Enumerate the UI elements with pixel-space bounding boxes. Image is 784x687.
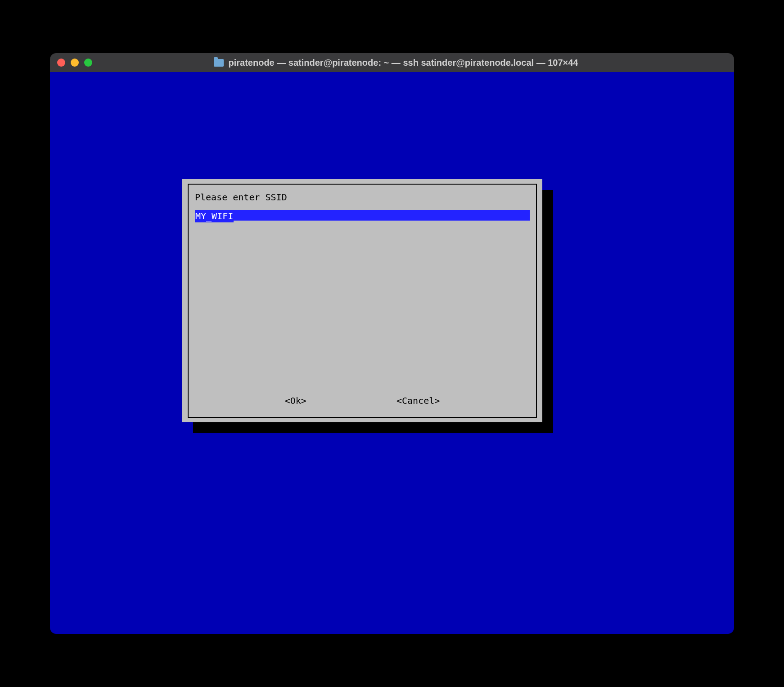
maximize-button[interactable] — [84, 59, 92, 67]
dialog-inner: Please enter SSID MY_WIFI ______________… — [188, 184, 537, 418]
close-button[interactable] — [57, 59, 65, 67]
window-title: piratenode — satinder@piratenode: ~ — ss… — [228, 58, 578, 68]
titlebar: piratenode — satinder@piratenode: ~ — ss… — [50, 53, 734, 72]
ssid-input-fill[interactable]: ________________________________________… — [234, 210, 530, 221]
terminal-body[interactable]: Please enter SSID MY_WIFI ______________… — [50, 72, 734, 634]
folder-icon — [214, 59, 224, 67]
ok-button[interactable]: <Ok> — [285, 394, 306, 407]
window-title-container: piratenode — satinder@piratenode: ~ — ss… — [92, 58, 700, 68]
traffic-lights — [57, 59, 92, 67]
dialog-button-row: <Ok> <Cancel> — [195, 394, 530, 411]
ssid-dialog: Please enter SSID MY_WIFI ______________… — [182, 179, 542, 422]
dialog-prompt: Please enter SSID — [195, 191, 530, 203]
terminal-window: piratenode — satinder@piratenode: ~ — ss… — [50, 53, 734, 634]
ssid-input-value[interactable]: MY_WIFI — [195, 210, 234, 222]
cancel-button[interactable]: <Cancel> — [397, 394, 440, 407]
ssid-input-row[interactable]: MY_WIFI ________________________________… — [195, 210, 530, 222]
minimize-button[interactable] — [71, 59, 79, 67]
